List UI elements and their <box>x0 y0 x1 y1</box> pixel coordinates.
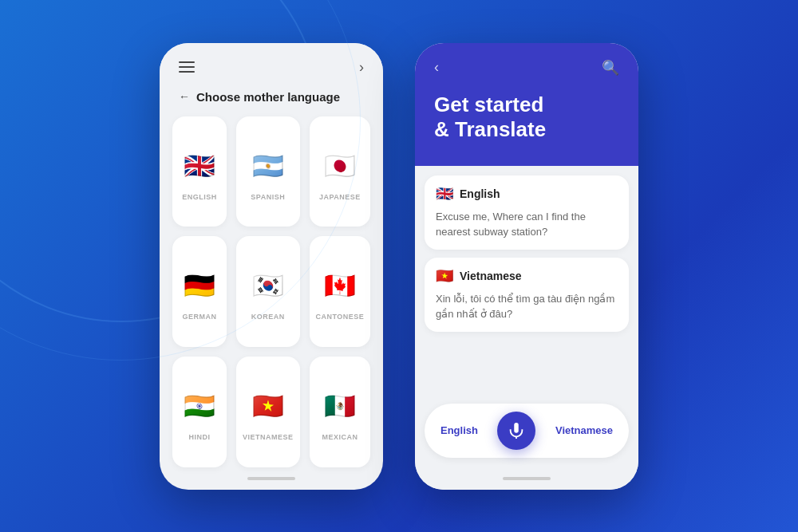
lang-card-korean[interactable]: 🇰🇷KOREAN <box>236 236 300 347</box>
flag-english: 🇬🇧 <box>179 145 220 187</box>
phone2-header: ‹ 🔍 Get started& Translate <box>415 43 638 166</box>
flag-mexican: 🇲🇽 <box>319 385 361 427</box>
flag-japanese: 🇯🇵 <box>319 145 361 187</box>
phone1-header: › <box>160 43 383 84</box>
home-indicator-2 <box>503 477 551 480</box>
lang-card-hindi[interactable]: 🇮🇳HINDI <box>172 357 227 467</box>
phone-translator: ‹ 🔍 Get started& Translate 🇬🇧 English Ex… <box>415 43 638 490</box>
english-flag-icon: 🇬🇧 <box>436 185 453 203</box>
vietnamese-lang-label: Vietnamese <box>460 270 522 282</box>
translate-controls: English Vietnamese <box>425 404 629 458</box>
search-icon[interactable]: 🔍 <box>602 59 619 77</box>
back-arrow-icon[interactable]: ← <box>179 90 190 103</box>
back-icon[interactable]: ‹ <box>434 59 439 76</box>
lang-label-japanese: JAPANESE <box>319 193 361 201</box>
flag-hindi: 🇮🇳 <box>179 385 220 427</box>
lang-card-vietnamese[interactable]: 🇻🇳VIETNAMESE <box>236 357 300 467</box>
lang-card-german[interactable]: 🇩🇪GERMAN <box>172 236 227 347</box>
lang-label-korean: KOREAN <box>251 313 285 321</box>
lang-card-english[interactable]: 🇬🇧ENGLISH <box>172 116 227 227</box>
lang-label-mexican: MEXICAN <box>322 433 358 441</box>
home-indicator <box>247 477 295 480</box>
lang-label-cantonese: CANTONESE <box>316 313 365 321</box>
title-row: ← Choose mother language <box>160 84 383 116</box>
flag-cantonese: 🇨🇦 <box>319 265 361 306</box>
lang-label-spanish: SPANISH <box>251 193 285 201</box>
phone-language-chooser: › ← Choose mother language 🇬🇧ENGLISH🇦🇷SP… <box>160 43 383 490</box>
home-indicator-area <box>160 467 383 490</box>
vietnamese-translate-card: 🇻🇳 Vietnamese Xin lỗi, tôi có thể tìm ga… <box>425 258 629 332</box>
flag-korean: 🇰🇷 <box>247 265 289 306</box>
lang-card-mexican[interactable]: 🇲🇽MEXICAN <box>310 357 371 467</box>
flag-spanish: 🇦🇷 <box>247 145 289 187</box>
phone2-body: 🇬🇧 English Excuse me, Where can I find t… <box>415 166 638 467</box>
ctrl-english-label[interactable]: English <box>440 424 478 436</box>
menu-icon[interactable] <box>179 61 195 73</box>
lang-label-english: ENGLISH <box>182 193 217 201</box>
language-grid: 🇬🇧ENGLISH🇦🇷SPANISH🇯🇵JAPANESE🇩🇪GERMAN🇰🇷KO… <box>160 116 383 467</box>
lang-label-vietnamese: VIETNAMESE <box>243 433 294 441</box>
english-translate-card: 🇬🇧 English Excuse me, Where can I find t… <box>425 175 629 250</box>
vietnamese-text: Xin lỗi, tôi có thể tìm ga tàu điện ngầm… <box>436 291 618 322</box>
forward-icon[interactable]: › <box>359 59 364 76</box>
lang-label-german: GERMAN <box>183 313 217 321</box>
page-title: Choose mother language <box>196 90 340 104</box>
flag-vietnamese: 🇻🇳 <box>247 385 289 427</box>
english-text: Excuse me, Where can I find the nearest … <box>436 209 618 240</box>
lang-card-cantonese[interactable]: 🇨🇦CANTONESE <box>310 236 371 347</box>
phone2-home-indicator <box>415 467 638 490</box>
ctrl-vietnamese-label[interactable]: Vietnamese <box>555 424 613 436</box>
lang-label-hindi: HINDI <box>189 433 211 441</box>
lang-card-japanese[interactable]: 🇯🇵JAPANESE <box>310 116 371 227</box>
phone2-title: Get started& Translate <box>434 93 619 142</box>
vietnamese-flag-icon: 🇻🇳 <box>436 267 453 285</box>
lang-card-spanish[interactable]: 🇦🇷SPANISH <box>236 116 300 227</box>
flag-german: 🇩🇪 <box>179 265 220 306</box>
english-lang-label: English <box>460 187 500 200</box>
mic-button[interactable] <box>497 412 535 450</box>
